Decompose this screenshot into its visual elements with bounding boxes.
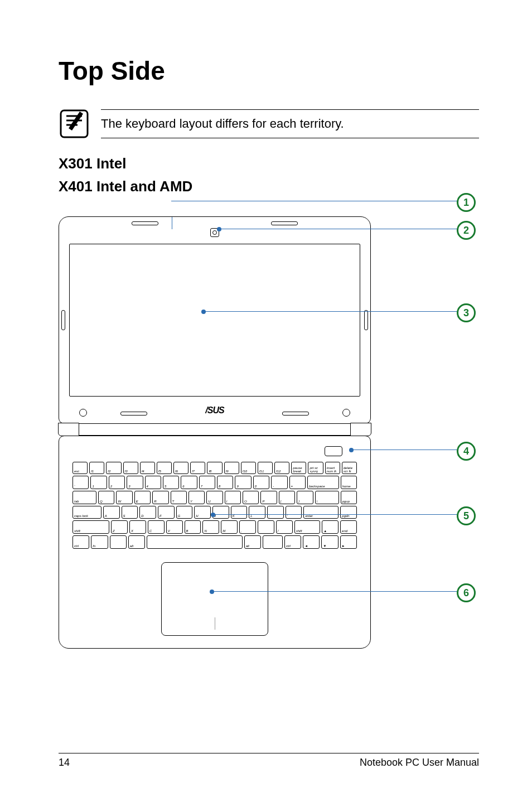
key: prt sc sysrq	[308, 462, 323, 474]
key: home	[341, 476, 357, 489]
key: shift	[294, 520, 321, 534]
key: ctrl	[72, 535, 89, 549]
key: f11	[258, 462, 273, 474]
key: 3	[127, 476, 143, 489]
key: 5	[163, 476, 179, 489]
key: R	[152, 491, 168, 504]
page-footer: 14 Notebook PC User Manual	[59, 753, 479, 769]
key: f7	[190, 462, 205, 474]
key: f1	[89, 462, 104, 474]
display-area	[69, 244, 360, 397]
manual-title: Notebook PC User Manual	[360, 757, 479, 769]
key: M	[221, 520, 238, 534]
key: ;	[267, 506, 284, 519]
callout-1: 1	[457, 193, 476, 212]
callout-4: 4	[457, 442, 476, 461]
keyboard: escf1f2f3f4f5f6f7f8f9f10f11f12pause brea…	[72, 462, 357, 549]
key	[263, 535, 283, 549]
page-title: Top Side	[59, 56, 479, 86]
key: Q	[98, 491, 114, 504]
key: D	[139, 506, 156, 519]
key: K	[231, 506, 248, 519]
key: Y	[188, 491, 205, 504]
key: T	[171, 491, 187, 504]
key: =	[289, 476, 306, 489]
key: \	[315, 491, 339, 504]
key: 8	[217, 476, 233, 489]
key: C	[148, 520, 165, 534]
key: F	[158, 506, 175, 519]
key: 0	[253, 476, 269, 489]
key: J	[212, 506, 229, 519]
key: fn	[91, 535, 108, 549]
callout-6: 6	[457, 583, 476, 602]
key: I	[225, 491, 241, 504]
key: P	[260, 491, 277, 504]
key: pgdn	[340, 506, 357, 519]
key: f5	[157, 462, 172, 474]
key: alt	[244, 535, 261, 549]
key: enter	[303, 506, 338, 519]
asus-logo: /SUS	[205, 405, 224, 416]
key: U	[206, 491, 223, 504]
key: L	[249, 506, 265, 519]
key: S	[122, 506, 138, 519]
key: insert num lk	[325, 462, 340, 474]
key: alt	[128, 535, 145, 549]
key: ►	[340, 535, 357, 549]
key: `	[72, 476, 89, 489]
hinge	[64, 424, 365, 436]
key: ,	[239, 520, 256, 534]
key: f10	[241, 462, 256, 474]
key: esc	[72, 462, 88, 474]
key: 6	[181, 476, 197, 489]
key: f12	[274, 462, 289, 474]
note-icon	[59, 108, 90, 139]
key: 7	[199, 476, 215, 489]
page-number: 14	[59, 757, 70, 769]
key: 2	[109, 476, 125, 489]
note-text: The keyboard layout differs for each ter…	[101, 109, 479, 138]
note-row: The keyboard layout differs for each ter…	[59, 108, 479, 139]
key: tab	[72, 491, 96, 504]
key: W	[116, 491, 132, 504]
key: ▲	[322, 520, 338, 534]
key: X	[129, 520, 146, 534]
power-button	[325, 446, 342, 456]
key: G	[176, 506, 193, 519]
key: shift	[72, 520, 109, 534]
key: f6	[173, 462, 188, 474]
touchpad	[161, 562, 268, 636]
callout-2: 2	[457, 221, 476, 240]
key: ]	[297, 491, 313, 504]
key: A	[103, 506, 120, 519]
key: -	[271, 476, 287, 489]
laptop-screen-panel: /SUS	[59, 216, 371, 424]
key: f4	[140, 462, 155, 474]
key	[147, 535, 243, 549]
key: .	[258, 520, 274, 534]
key: caps lock	[72, 506, 101, 519]
key: 1	[90, 476, 107, 489]
callout-3: 3	[457, 303, 476, 322]
key: Z	[111, 520, 128, 534]
key: delete scr lk	[342, 462, 357, 474]
key: 9	[235, 476, 251, 489]
laptop-diagram: /SUS escf1f2f3f4f5f6f7f8f9f10f11f12pause…	[59, 201, 476, 641]
key: N	[202, 520, 219, 534]
laptop-base: escf1f2f3f4f5f6f7f8f9f10f11f12pause brea…	[59, 436, 371, 649]
key: backspace	[307, 476, 339, 489]
key: H	[194, 506, 211, 519]
key: f2	[106, 462, 121, 474]
key: ▼	[321, 535, 338, 549]
key: pgup	[341, 491, 357, 504]
key: [	[279, 491, 295, 504]
key: end	[340, 520, 357, 534]
subheading-x401: X401 Intel and AMD	[59, 178, 479, 195]
key	[110, 535, 127, 549]
key: ctrl	[284, 535, 301, 549]
key: B	[185, 520, 201, 534]
key: 4	[145, 476, 161, 489]
key: '	[286, 506, 302, 519]
key: pause break	[291, 462, 306, 474]
